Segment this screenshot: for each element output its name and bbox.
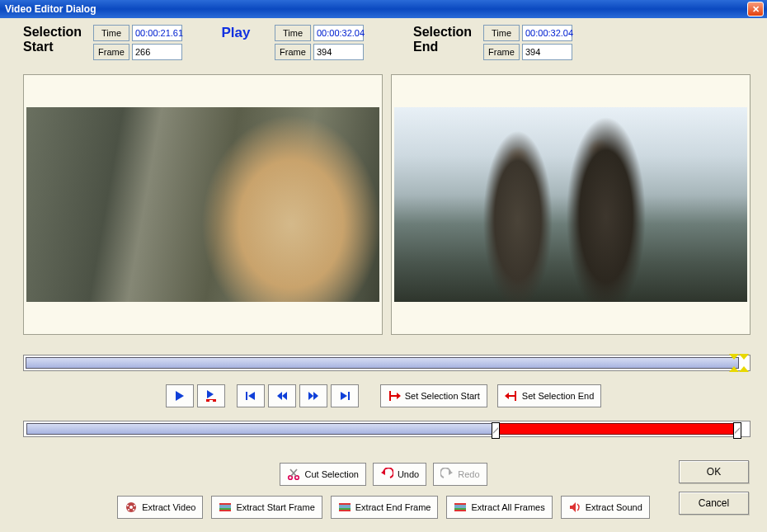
selection-end-values: Time 00:00:32.04 Frame 394 [483,25,572,60]
svg-rect-12 [348,392,350,400]
svg-rect-42 [454,510,466,511]
svg-point-29 [128,509,129,511]
set-selection-start-button[interactable]: Set Selection Start [380,384,487,407]
preview-start-image [26,107,379,302]
frame-label: Frame [93,44,129,60]
window-title: Video Editor Dialog [5,3,96,15]
svg-rect-4 [206,399,216,400]
play-button[interactable] [166,384,194,407]
svg-marker-8 [282,392,287,400]
svg-marker-15 [397,393,401,399]
selection-start-time: 00:00:21.61 [132,25,182,41]
selection-timeline[interactable] [23,421,751,437]
cut-selection-label: Cut Selection [304,469,358,479]
time-label: Time [275,25,311,41]
playhead-values: Time 00:00:32.04 Frame 394 [275,25,364,60]
undo-button[interactable]: Undo [373,463,426,486]
play-timeline-marker[interactable] [731,355,747,371]
extract-row: Extract Video Extract Start Frame Extrac… [0,493,767,521]
extract-start-frame-label: Extract Start Frame [236,502,314,512]
forward-button[interactable] [299,384,327,407]
redo-button[interactable]: Redo [433,463,487,486]
play-selection-button[interactable] [197,384,225,407]
selection-timeline-before [26,423,495,435]
svg-rect-5 [246,392,247,400]
svg-marker-43 [570,502,576,512]
dialog-buttons: OK Cancel [679,460,749,515]
extract-video-button[interactable]: Extract Video [117,496,203,519]
svg-rect-33 [219,503,231,505]
cut-selection-button[interactable]: Cut Selection [280,463,365,486]
preview-end-image [394,107,747,302]
extract-video-label: Extract Video [142,502,195,512]
playhead-frame: 394 [313,44,364,60]
redo-label: Redo [458,469,479,479]
extract-all-frames-button[interactable]: Extract All Frames [446,496,552,519]
extract-end-frame-button[interactable]: Extract End Frame [331,496,439,519]
selection-end-frame: 394 [522,44,572,60]
play-label: Play [215,25,256,41]
svg-marker-0 [176,391,184,401]
selection-end-label: Selection End [413,25,483,54]
ok-button[interactable]: OK [679,460,749,483]
svg-marker-1 [207,390,214,398]
svg-point-27 [127,505,129,506]
extract-all-frames-label: Extract All Frames [471,502,544,512]
svg-point-28 [134,505,135,506]
selection-start-frame: 266 [132,44,182,60]
playhead-time: 00:00:32.04 [313,25,364,41]
selection-start-label: Selection Start [23,25,93,54]
selection-end-time: 00:00:32.04 [522,25,572,41]
svg-point-26 [129,506,133,509]
svg-rect-41 [454,503,466,505]
selection-start-handle[interactable] [492,422,500,439]
svg-marker-10 [313,392,318,400]
set-selection-end-button[interactable]: Set Selection End [497,384,601,407]
preview-end [391,74,751,335]
selection-end-handle[interactable] [733,422,741,439]
time-label: Time [93,25,129,41]
svg-rect-34 [219,510,231,511]
selection-timeline-range [495,423,736,435]
go-start-button[interactable] [237,384,265,407]
go-end-button[interactable] [331,384,359,407]
svg-marker-6 [248,392,255,400]
extract-sound-button[interactable]: Extract Sound [561,496,650,519]
selection-start-values: Time 00:00:21.61 Frame 266 [93,25,182,60]
frame-label: Frame [483,44,520,60]
info-row: Selection Start Time 00:00:21.61 Frame 2… [23,25,751,71]
svg-marker-18 [505,393,509,399]
time-label: Time [483,25,520,41]
undo-label: Undo [398,469,419,479]
svg-rect-37 [339,503,351,505]
svg-marker-11 [341,392,347,400]
extract-end-frame-label: Extract End Frame [355,502,431,512]
extract-sound-label: Extract Sound [586,502,642,512]
svg-rect-38 [339,510,351,511]
rewind-button[interactable] [268,384,296,407]
set-selection-start-label: Set Selection Start [405,391,480,401]
cancel-button[interactable]: Cancel [679,492,749,515]
edit-row: Cut Selection Undo Redo [0,460,767,488]
play-timeline-bar [26,357,739,369]
preview-start [23,74,383,335]
svg-marker-9 [308,392,313,400]
preview-row [23,74,751,335]
extract-start-frame-button[interactable]: Extract Start Frame [211,496,322,519]
svg-point-30 [133,509,134,511]
close-button[interactable]: ✕ [747,2,764,16]
frame-label: Frame [275,44,311,60]
play-timeline[interactable] [23,355,751,371]
transport-row: Set Selection Start Set Selection End [0,381,767,411]
svg-marker-7 [277,392,282,400]
set-selection-end-label: Set Selection End [522,391,594,401]
titlebar: Video Editor Dialog ✕ [0,0,767,18]
